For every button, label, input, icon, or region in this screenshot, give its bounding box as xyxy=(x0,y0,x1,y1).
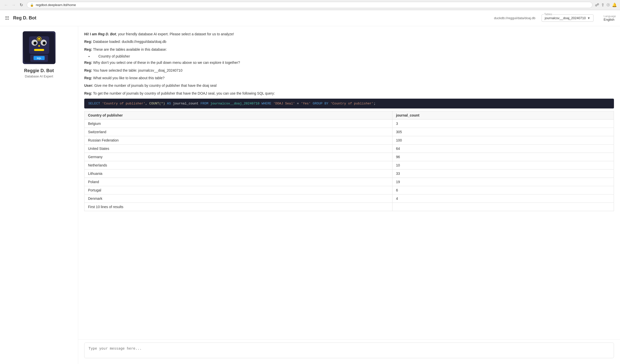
robot-svg: SQL xyxy=(24,33,54,63)
sql-tablename: journalcsv__doaj_20240710 xyxy=(210,102,260,105)
table-footer-row: First 10 lines of results xyxy=(84,203,614,211)
svg-point-8 xyxy=(38,38,40,40)
share-button[interactable]: ⇧ xyxy=(601,3,604,7)
sender-reg-4: Reg: xyxy=(84,68,92,72)
back-button[interactable]: ← xyxy=(3,2,9,8)
sql-space2 xyxy=(260,102,262,105)
bookmark-button[interactable]: ☍ xyxy=(595,3,599,7)
address-bar[interactable]: 🔒 regdbot.deeplearn.ltd/home xyxy=(27,2,593,8)
table-list-item: Country of publisher xyxy=(92,54,614,58)
sql-as-text xyxy=(165,102,167,105)
sql-col3: 'Country of publisher' xyxy=(330,102,374,105)
sql-val: 'Yes' xyxy=(301,102,311,105)
table-body: Belgium3Switzerland305Russian Federation… xyxy=(84,120,614,203)
cell-country: Denmark xyxy=(84,194,392,203)
cell-count: 6 xyxy=(392,186,614,194)
cell-count: 305 xyxy=(392,128,614,136)
db-path: duckdb://reggui/data/doaj.db xyxy=(494,16,535,20)
footer-empty xyxy=(392,203,614,211)
table-row: Russian Federation100 xyxy=(84,136,614,145)
message-table-selected: Reg: You have selected the table: journa… xyxy=(84,68,614,73)
svg-rect-9 xyxy=(34,49,44,51)
results-table: Country of publisher journal_count Belgi… xyxy=(84,111,614,211)
bot-avatar-container: SQL xyxy=(4,31,74,64)
sender-reg-3: Reg: xyxy=(84,61,92,65)
msg-table-selected: You have selected the table: journalcsv_… xyxy=(93,68,182,72)
sidebar: SQL Reggie D. Bot Database AI Expert xyxy=(0,26,78,364)
msg-user-query: Give me the number of journals by countr… xyxy=(94,83,217,88)
cell-country: Poland xyxy=(84,178,392,186)
cell-count: 19 xyxy=(392,178,614,186)
chat-area: Hi! I am Reg D. Bot, your friendly datab… xyxy=(78,26,620,364)
cell-count: 96 xyxy=(392,153,614,161)
sql-select: SELECT xyxy=(88,102,102,105)
intro-text: , your friendly database AI expert. Plea… xyxy=(116,32,234,36)
sql-col2: 'DOAJ Seal' xyxy=(273,102,295,105)
msg-sql-intro: To get the number of journals by country… xyxy=(93,91,275,95)
notification-button[interactable]: 🔔 xyxy=(612,3,617,7)
chat-input-area xyxy=(78,339,620,364)
message-intro: Hi! I am Reg D. Bot, your friendly datab… xyxy=(84,31,614,37)
table-row: Netherlands10 xyxy=(84,161,614,170)
message-what-know: Reg: What would you like to know about t… xyxy=(84,75,614,81)
sql-as: AS xyxy=(167,102,171,105)
cell-country: Germany xyxy=(84,153,392,161)
sender-reg-5: Reg: xyxy=(84,76,92,80)
svg-rect-6 xyxy=(38,45,40,47)
tables-list: Country of publisher xyxy=(84,54,614,58)
sender-user: User: xyxy=(84,83,93,88)
cell-count: 3 xyxy=(392,120,614,128)
sender-reg-1: Reg: xyxy=(84,40,92,44)
cell-count: 10 xyxy=(392,161,614,170)
cell-country: Netherlands xyxy=(84,161,392,170)
reload-button[interactable]: ↻ xyxy=(18,2,24,8)
language-label: Language xyxy=(604,15,616,18)
sql-from: FROM xyxy=(201,102,208,105)
shield-button[interactable]: ☉ xyxy=(606,3,610,7)
msg-db-loaded: Database loaded: duckdb://reggui/data/do… xyxy=(93,40,166,44)
cell-count: 33 xyxy=(392,170,614,178)
cell-country: Portugal xyxy=(84,186,392,194)
selected-table-text: journalcsv__doaj_20240710 xyxy=(545,16,586,20)
col-header-count: journal_count xyxy=(392,111,614,120)
sql-semi: ; xyxy=(374,102,376,105)
sql-block: SELECT 'Country of publisher', COUNT(*) … xyxy=(84,99,614,108)
cell-count: 100 xyxy=(392,136,614,145)
msg-what-know: What would you like to know about this t… xyxy=(93,76,164,80)
cell-country: Belgium xyxy=(84,120,392,128)
sql-col: 'Country of publisher' xyxy=(102,102,146,105)
cell-country: United States xyxy=(84,145,392,153)
sql-count: COUNT(*) xyxy=(149,102,165,105)
svg-point-4 xyxy=(34,42,37,45)
svg-point-5 xyxy=(43,42,46,45)
svg-text:SQL: SQL xyxy=(37,57,41,60)
forward-button[interactable]: → xyxy=(11,2,17,8)
msg-select-prompt: Why don't you select one of these in the… xyxy=(93,61,240,65)
table-row: Poland19 xyxy=(84,178,614,186)
sql-comma: , xyxy=(145,102,149,105)
sql-space4 xyxy=(311,102,313,105)
col-header-country: Country of publisher xyxy=(84,111,392,120)
cell-country: Lithuania xyxy=(84,170,392,178)
main-layout: SQL Reggie D. Bot Database AI Expert Hi!… xyxy=(0,26,620,364)
message-db-loaded: Reg: Database loaded: duckdb://reggui/da… xyxy=(84,39,614,44)
sql-groupby: GROUP BY xyxy=(313,102,328,105)
sql-where: WHERE xyxy=(262,102,271,105)
tables-dropdown[interactable]: Tables journalcsv__doaj_20240710 ▼ xyxy=(542,14,594,22)
table-header-row: Country of publisher journal_count xyxy=(84,111,614,120)
app-title: Reg D. Bot xyxy=(13,15,36,21)
chevron-down-icon: ▼ xyxy=(587,16,590,20)
table-row: Switzerland305 xyxy=(84,128,614,136)
bot-name-mention: Reg D. Bot xyxy=(98,32,116,36)
table-row: Lithuania33 xyxy=(84,170,614,178)
chat-input[interactable] xyxy=(84,343,614,358)
message-tables: Reg: These are the tables available in t… xyxy=(84,47,614,52)
menu-button[interactable]: ☷ xyxy=(4,14,10,22)
sender-reg-2: Reg: xyxy=(84,47,92,51)
nav-buttons: ← → ↻ xyxy=(3,2,24,8)
tables-label: Tables xyxy=(544,13,553,16)
message-user-query: User: Give me the number of journals by … xyxy=(84,83,614,88)
lock-icon: 🔒 xyxy=(30,3,34,7)
cell-country: Switzerland xyxy=(84,128,392,136)
sender-reg-6: Reg: xyxy=(84,91,92,95)
